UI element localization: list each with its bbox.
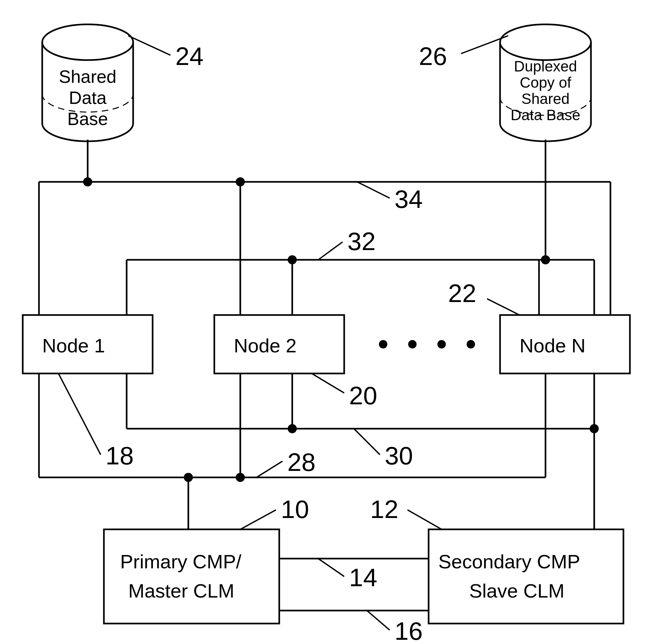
ref-32: 32 [348,227,376,256]
svg-point-10 [467,340,475,348]
ref-10: 10 [281,495,309,524]
primary-cmp-box [104,529,279,623]
svg-point-4 [236,177,245,186]
leader-34 [357,182,390,198]
secondary-cmp-line1: Secondary CMP [438,551,580,572]
ref-30: 30 [385,441,413,470]
svg-point-7 [379,340,387,348]
leader-12 [408,510,442,529]
leader-20 [312,374,344,393]
svg-point-8 [408,340,416,348]
svg-point-11 [288,424,297,433]
svg-point-2 [500,24,591,60]
leader-18 [58,374,101,455]
leader-30 [354,429,380,455]
node-n-label: Node N [519,335,586,356]
leader-16 [367,611,390,630]
primary-cmp-line1: Primary CMP/ [120,551,242,572]
svg-point-3 [83,177,92,186]
shared-database: Shared Data Base [39,24,133,141]
leader-14 [318,559,344,576]
secondary-cmp-line2: Slave CLM [469,580,564,602]
db-right-line1: Duplexed [514,58,577,75]
ref-22: 22 [448,279,476,307]
node-1-label: Node 1 [42,335,105,356]
leader-28 [256,461,282,477]
db-left-line3: Base [67,109,108,129]
ref-34: 34 [395,185,423,213]
svg-point-6 [541,255,550,264]
ref-24: 24 [175,42,203,71]
node-2-label: Node 2 [234,335,296,356]
lan-34 [39,140,610,315]
svg-point-9 [437,340,446,348]
ellipsis-dots [379,340,475,348]
db-left-line1: Shared [59,66,116,87]
ref-14: 14 [349,563,377,592]
leader-24 [128,36,170,55]
ref-20: 20 [349,381,377,410]
db-right-line4: Data Base [511,107,580,124]
ref-12: 12 [370,495,399,524]
ref-26: 26 [419,42,447,71]
svg-point-5 [288,255,297,264]
svg-point-14 [236,473,245,482]
secondary-cmp-box [429,529,623,623]
db-left-line2: Data [69,88,107,108]
db-right-line3: Shared [521,90,570,107]
ref-18: 18 [106,441,134,470]
ref-28: 28 [288,448,316,477]
leader-10 [240,510,276,529]
duplexed-database: Duplexed Copy of Shared Data Base [500,24,591,141]
leader-22 [487,299,519,315]
primary-cmp-line2: Master CLM [128,580,235,602]
svg-point-1 [42,24,133,60]
leader-32 [318,242,343,260]
ref-16: 16 [395,617,423,644]
db-right-line2: Copy of [520,74,571,91]
